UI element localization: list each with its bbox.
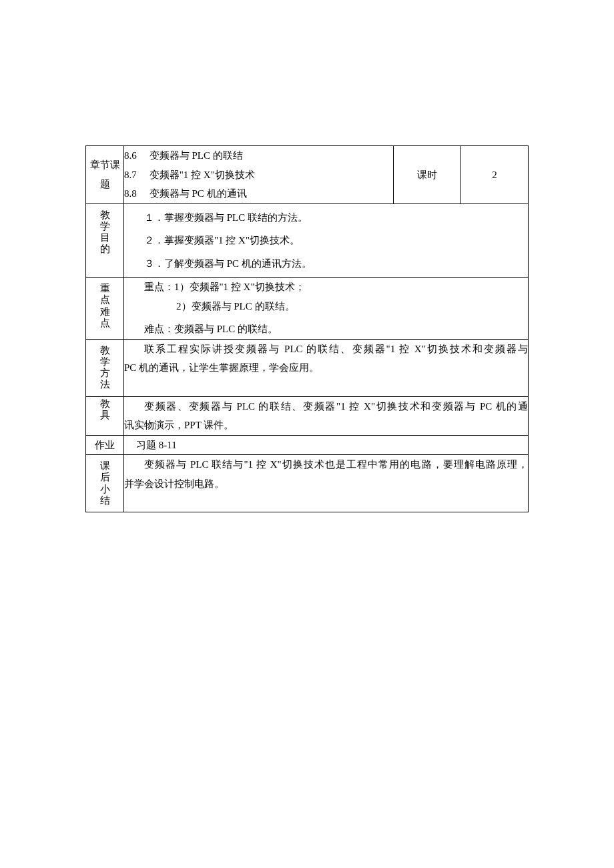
method-label-cell: 教学方法 <box>86 339 124 396</box>
topic-title: 变频器与 PC 机的通讯 <box>149 188 247 199</box>
homework-label-cell: 作业 <box>86 435 124 455</box>
hours-label-cell: 课时 <box>394 146 461 204</box>
keypoints-content: 重点：1）变频器"1 控 X"切换技术； 2）变频器与 PLC 的联结。 难点：… <box>124 278 529 340</box>
method-text-l2: PC 机的通讯，让学生掌握原理，学会应用。 <box>124 358 528 378</box>
tools-label-cell: 教具 <box>86 396 124 435</box>
tools-label: 教具 <box>86 397 123 427</box>
keypoints-label: 重点难点 <box>86 278 123 334</box>
objectives-label: 教学目的 <box>86 204 123 261</box>
tools-content: 变频器、变频器与 PLC 的联结、变频器"1 控 X"切换技术和变频器与 PC … <box>124 396 529 435</box>
summary-content: 变频器与 PLC 联结与"1 控 X"切换技术也是工程中常用的电路，要理解电路原… <box>124 455 529 512</box>
chapter-topic-label-cell: 章节课题 <box>86 146 124 204</box>
method-row: 教学方法 联系工程实际讲授变频器与 PLC 的联结、变频器"1 控 X"切换技术… <box>86 339 529 396</box>
summary-row: 课后小结 变频器与 PLC 联结与"1 控 X"切换技术也是工程中常用的电路，要… <box>86 455 529 512</box>
topic-num: 8.7 <box>124 165 147 185</box>
topic-line-3: 8.8 变频器与 PC 机的通讯 <box>124 184 393 203</box>
topic-line-2: 8.7 变频器"1 控 X"切换技术 <box>124 165 393 185</box>
objective-item: ２．掌握变频器"1 控 X"切换技术。 <box>124 231 528 250</box>
topic-num: 8.8 <box>124 184 147 203</box>
hours-value-cell: 2 <box>461 146 529 204</box>
chapter-topic-content: 8.6 变频器与 PLC 的联结 8.7 变频器"1 控 X"切换技术 8.8 … <box>124 146 394 204</box>
summary-text-l2: 并学会设计控制电路。 <box>124 474 528 494</box>
topic-line-1: 8.6 变频器与 PLC 的联结 <box>124 146 393 165</box>
header-row: 章节课题 8.6 变频器与 PLC 的联结 8.7 变频器"1 控 X"切换技术… <box>86 146 529 204</box>
hours-value: 2 <box>492 169 497 180</box>
objectives-label-cell: 教学目的 <box>86 203 124 278</box>
tools-row: 教具 变频器、变频器与 PLC 的联结、变频器"1 控 X"切换技术和变频器与 … <box>86 396 529 435</box>
tools-text-l2: 讯实物演示，PPT 课件。 <box>124 416 528 435</box>
homework-row: 作业 习题 8-11 <box>86 435 529 455</box>
summary-text-l1: 变频器与 PLC 联结与"1 控 X"切换技术也是工程中常用的电路，要理解电路原… <box>124 455 528 474</box>
homework-text: 习题 8-11 <box>124 440 177 450</box>
difficult-line: 难点：变频器与 PLC 的联结。 <box>124 320 528 339</box>
objective-item: １．掌握变频器与 PLC 联结的方法。 <box>124 208 528 228</box>
tools-text-l1: 变频器、变频器与 PLC 的联结、变频器"1 控 X"切换技术和变频器与 PC … <box>124 397 528 416</box>
homework-label: 作业 <box>95 440 115 450</box>
keypoints-label-cell: 重点难点 <box>86 278 124 340</box>
chapter-topic-label: 章节课题 <box>90 159 120 189</box>
topic-title: 变频器"1 控 X"切换技术 <box>149 169 255 180</box>
objective-item: ３．了解变频器与 PC 机的通讯方法。 <box>124 254 528 274</box>
hours-label: 课时 <box>417 169 437 180</box>
method-content: 联系工程实际讲授变频器与 PLC 的联结、变频器"1 控 X"切换技术和变频器与… <box>124 339 529 396</box>
method-text-l1: 联系工程实际讲授变频器与 PLC 的联结、变频器"1 控 X"切换技术和变频器与 <box>124 340 528 359</box>
summary-label-cell: 课后小结 <box>86 455 124 512</box>
keypoints-row: 重点难点 重点：1）变频器"1 控 X"切换技术； 2）变频器与 PLC 的联结… <box>86 278 529 340</box>
keypoint-line: 重点：1）变频器"1 控 X"切换技术； <box>124 278 528 297</box>
homework-content: 习题 8-11 <box>124 435 529 455</box>
document-page: 章节课题 8.6 变频器与 PLC 的联结 8.7 变频器"1 控 X"切换技术… <box>0 0 614 868</box>
keypoint-line: 2）变频器与 PLC 的联结。 <box>124 297 528 316</box>
topic-title: 变频器与 PLC 的联结 <box>149 150 243 161</box>
objectives-row: 教学目的 １．掌握变频器与 PLC 联结的方法。 ２．掌握变频器"1 控 X"切… <box>86 203 529 278</box>
topic-num: 8.6 <box>124 146 147 165</box>
method-label: 教学方法 <box>86 340 123 396</box>
objectives-content: １．掌握变频器与 PLC 联结的方法。 ２．掌握变频器"1 控 X"切换技术。 … <box>124 203 529 278</box>
summary-label: 课后小结 <box>86 455 123 512</box>
lesson-plan-table: 章节课题 8.6 变频器与 PLC 的联结 8.7 变频器"1 控 X"切换技术… <box>85 145 529 512</box>
